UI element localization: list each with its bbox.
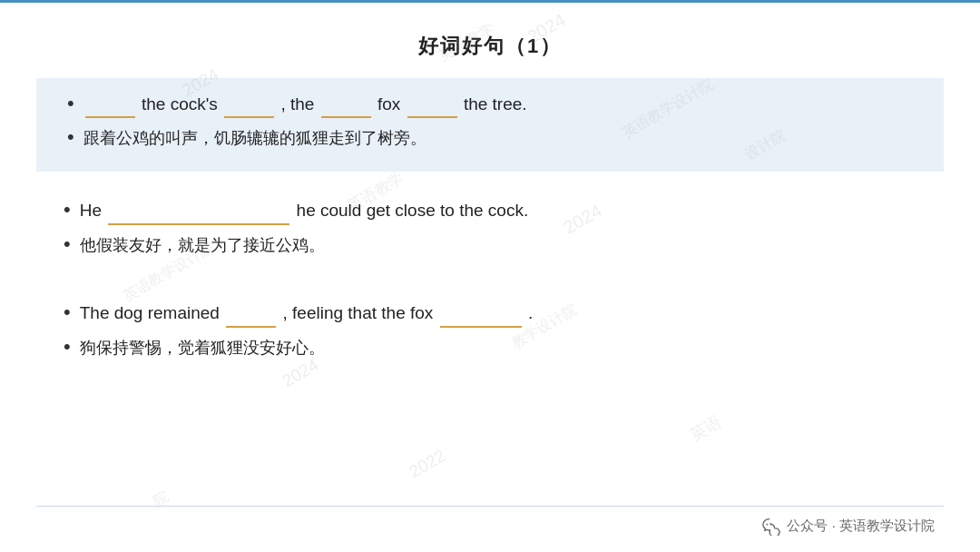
svg-point-0	[767, 524, 769, 526]
footer-brand: 公众号 · 英语教学设计院	[761, 516, 935, 536]
section-3: • The dog remained , feeling that the fo…	[36, 291, 944, 377]
section3-chinese-item: • 狗保持警惕，觉着狐狸没安好心。	[64, 335, 926, 361]
section2-chinese-text: 他假装友好，就是为了接近公鸡。	[80, 232, 325, 259]
wechat-icon	[761, 516, 781, 536]
blank-1-1	[85, 98, 135, 118]
bullet-dot-1: •	[67, 94, 74, 113]
section-1: • the cock's , the fox the tree. • 跟着公鸡的…	[36, 78, 944, 172]
blank-3-2	[440, 308, 522, 328]
bullet-dot-5: •	[64, 302, 71, 322]
bullet-dot-6: •	[64, 337, 71, 357]
section2-chinese-item: • 他假装友好，就是为了接近公鸡。	[64, 232, 926, 259]
page-title: 好词好句（1）	[36, 16, 944, 78]
bullet-dot-4: •	[64, 234, 71, 254]
section2-english-item: • He he could get close to the cock.	[64, 197, 926, 224]
blank-1-2	[224, 98, 274, 118]
section-2: • He he could get close to the cock. • 他…	[36, 188, 944, 274]
bottom-divider	[36, 506, 944, 507]
blank-1-3	[321, 98, 371, 118]
section1-english-item: • the cock's , the fox the tree.	[67, 91, 926, 118]
bullet-dot-3: •	[64, 200, 71, 220]
section2-english-text: He he could get close to the cock.	[80, 197, 528, 224]
section1-chinese-text: 跟着公鸡的叫声，饥肠辘辘的狐狸走到了树旁。	[83, 125, 426, 152]
bullet-dot-2: •	[67, 127, 74, 147]
blank-1-4	[407, 98, 457, 118]
content-wrapper: 好词好句（1） • the cock's , the fox the tree.	[36, 0, 944, 378]
section3-english-item: • The dog remained , feeling that the fo…	[64, 300, 926, 327]
top-line	[0, 0, 980, 3]
section1-chinese-item: • 跟着公鸡的叫声，饥肠辘辘的狐狸走到了树旁。	[67, 125, 926, 152]
blank-3-1	[226, 308, 276, 328]
page-container: 英语教学 2024 英语教学设计院 2024 英语教学 2024 英语教学设计院…	[0, 0, 980, 552]
section3-chinese-text: 狗保持警惕，觉着狐狸没安好心。	[80, 335, 325, 361]
blank-2-1	[108, 205, 289, 225]
section1-english-text: the cock's , the fox the tree.	[83, 91, 527, 118]
section3-english-text: The dog remained , feeling that the fox …	[80, 300, 533, 327]
footer-brand-text: 公众号 · 英语教学设计院	[787, 518, 935, 535]
svg-point-1	[771, 524, 773, 526]
